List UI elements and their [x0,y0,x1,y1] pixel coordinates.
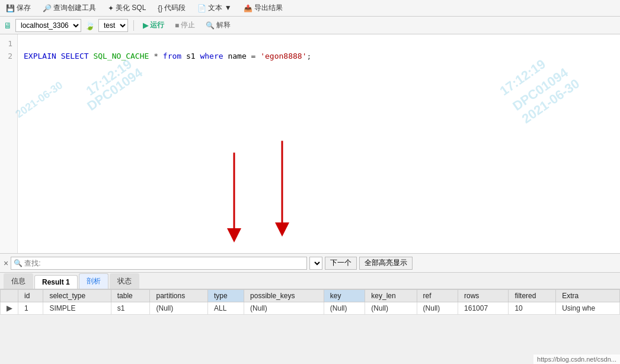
export-icon: 📤 [244,4,253,12]
editor-area: 1 2 EXPLAIN SELECT SQL_NO_CACHE * from s… [0,34,620,254]
explain-icon: 🔍 [206,21,215,30]
col-header-type[interactable]: type [207,290,244,302]
line-numbers: 1 2 [0,34,18,253]
cell-select-type: SIMPLE [43,302,111,315]
cell-filtered: 10 [509,302,556,315]
cell-rows: 161007 [458,302,509,315]
code-snippet-button[interactable]: {} 代码段 [155,2,188,14]
beautify-icon: ✦ [108,4,114,12]
connection-bar: 🖥 localhost_3306 🍃 test ▶ 运行 ■ 停止 🔍 解释 [0,17,620,34]
query-builder-button[interactable]: 🔎 查询创建工具 [40,2,98,14]
search-all-button[interactable]: 全部高亮显示 [359,257,413,270]
editor-content[interactable]: EXPLAIN SELECT SQL_NO_CACHE * from s1 wh… [18,34,620,253]
search-icon: 🔍 [14,259,23,267]
cell-key: (Null) [324,302,365,315]
table-row: ▶ 1 SIMPLE s1 (Null) ALL (Null) (Null) (… [1,302,620,315]
database-select[interactable]: test [98,19,128,32]
tab-result1[interactable]: Result 1 [34,275,78,289]
result-tabs: 信息 Result 1 剖析 状态 [0,273,620,289]
run-icon: ▶ [143,21,148,30]
tab-status[interactable]: 状态 [110,273,139,289]
code-snippet-icon: {} [158,4,162,12]
save-icon: 💾 [6,4,15,12]
col-header-select-type[interactable]: select_type [43,290,111,302]
row-indicator-cell: ▶ [1,302,18,315]
cell-ref: (Null) [417,302,458,315]
save-button[interactable]: 💾 保存 [4,2,33,14]
text-icon: 📄 [197,4,206,12]
explain-button[interactable]: 🔍 解释 [202,19,234,31]
search-input[interactable] [24,259,304,267]
cell-table: s1 [111,302,150,315]
search-close-button[interactable]: × [4,258,8,268]
col-header-possible-keys[interactable]: possible_keys [244,290,324,302]
col-header-id[interactable]: id [18,290,43,302]
table-header-row: id select_type table partitions type pos… [1,290,620,302]
toolbar: 💾 保存 🔎 查询创建工具 ✦ 美化 SQL {} 代码段 📄 文本 ▼ 📤 导… [0,0,620,17]
cell-id: 1 [18,302,43,315]
col-header-ref[interactable]: ref [417,290,458,302]
host-icon: 🖥 [4,21,12,30]
export-button[interactable]: 📤 导出结果 [241,2,285,14]
cell-partitions: (Null) [150,302,207,315]
beautify-sql-button[interactable]: ✦ 美化 SQL [106,2,148,14]
search-dropdown[interactable] [309,257,322,270]
tab-profile[interactable]: 剖析 [79,273,108,289]
search-next-button[interactable]: 下一个 [325,257,357,270]
cell-type: ALL [207,302,244,315]
separator-1 [133,20,134,31]
row-indicator-header [1,290,18,302]
db-icon: 🍃 [85,21,95,30]
text-button[interactable]: 📄 文本 ▼ [195,2,234,14]
search-input-wrap: 🔍 [11,257,307,270]
col-header-key[interactable]: key [324,290,365,302]
cell-possible-keys: (Null) [244,302,324,315]
col-header-key-len[interactable]: key_len [365,290,417,302]
col-header-extra[interactable]: Extra [556,290,620,302]
stop-icon: ■ [175,21,179,30]
cell-key-len: (Null) [365,302,417,315]
col-header-table[interactable]: table [111,290,150,302]
result-table-wrap: id select_type table partitions type pos… [0,289,620,315]
tab-info[interactable]: 信息 [4,273,33,289]
cell-extra: Using whe [556,302,620,315]
search-bar: × 🔍 下一个 全部高亮显示 [0,254,620,273]
col-header-filtered[interactable]: filtered [509,290,556,302]
result-table: id select_type table partitions type pos… [0,289,620,315]
col-header-rows[interactable]: rows [458,290,509,302]
col-header-partitions[interactable]: partitions [150,290,207,302]
stop-button[interactable]: ■ 停止 [171,19,199,31]
host-select[interactable]: localhost_3306 [15,19,81,32]
query-builder-icon: 🔎 [43,4,52,12]
run-button[interactable]: ▶ 运行 [139,19,168,31]
